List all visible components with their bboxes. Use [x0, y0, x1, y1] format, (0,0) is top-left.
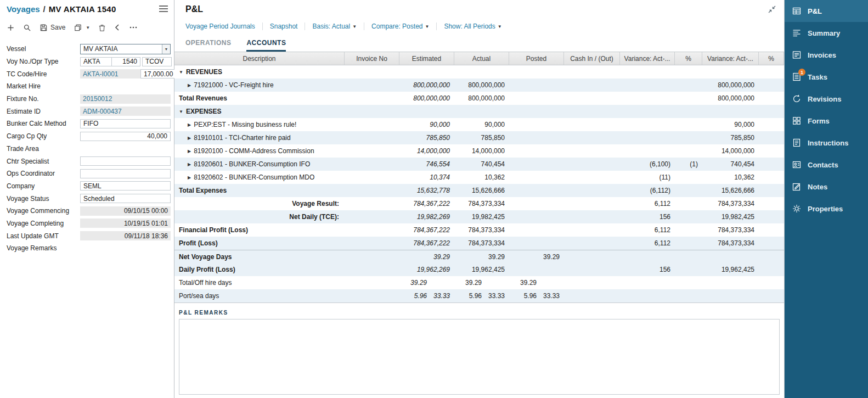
vessel-value: MV AKTAIA [81, 45, 162, 53]
column-header[interactable]: Variance: Act-... [702, 52, 759, 65]
opr-type-field[interactable]: TCOV [142, 57, 172, 66]
cell-desc: Voyage Result: [174, 197, 345, 210]
collapse-triangle-icon[interactable]: ▼ [179, 70, 183, 75]
search-icon[interactable] [23, 24, 31, 32]
company-field[interactable]: SEML [80, 181, 171, 190]
pnl-row[interactable]: Net Daily (TCE):19,982,26919,982,4251561… [174, 210, 784, 223]
ops-coordinator-field[interactable] [80, 169, 171, 178]
column-header[interactable]: Variance: Act-... [620, 52, 675, 65]
estimate-id-field[interactable]: ADM-000437 [80, 106, 171, 116]
pnl-row[interactable]: Net Voyage Days39.2939.2939.29 [174, 250, 784, 263]
voy-code-field[interactable]: AKTA [80, 57, 112, 66]
breadcrumb-voyages-link[interactable]: Voyages [7, 4, 40, 14]
cell-v2 [702, 65, 759, 79]
cell-v1 [620, 289, 675, 302]
pnl-row[interactable]: ▼REVENUES [174, 65, 784, 79]
expand-triangle-icon[interactable]: ▶ [188, 162, 191, 167]
pnl-row[interactable]: Total Expenses15,632,77815,626,666(6,112… [174, 184, 784, 197]
add-button[interactable] [7, 24, 15, 32]
sidebar-item-instructions[interactable]: Instructions [785, 132, 868, 154]
toolbar-link-snapshot[interactable]: Snapshot [262, 23, 305, 30]
sidebar-item-invoices[interactable]: Invoices [785, 44, 868, 66]
delete-button[interactable] [98, 24, 106, 32]
voy-number-field[interactable]: 1540 [112, 57, 140, 66]
sidebar-item-summary[interactable]: Summary [785, 22, 868, 44]
pnl-row[interactable]: Profit (Loss)784,367,222784,373,3346,112… [174, 237, 784, 250]
toolbar-link-basis-actual[interactable]: Basis: Actual▼ [305, 23, 364, 30]
column-header[interactable]: Posted [509, 52, 564, 65]
column-header[interactable]: % [675, 52, 702, 65]
sidebar-item-label: Notes [808, 183, 827, 191]
pnl-row[interactable]: ▼EXPENSES [174, 105, 784, 118]
pnl-row[interactable]: ▶81920602 - BUNKER-Consumption MDO10,374… [174, 171, 784, 184]
menu-icon[interactable] [159, 5, 168, 13]
voyage-commencing-field[interactable]: 09/10/15 00:00 [80, 206, 171, 216]
cell-p1 [675, 210, 702, 223]
cell-v2 [702, 105, 759, 118]
column-header[interactable]: Cash In / (Out) [564, 52, 620, 65]
pnl-row[interactable]: Total/Off hire days39.2939.2939.29 [174, 276, 784, 289]
pnl-row[interactable]: ▶71921000 - VC-Freight hire800,000,00080… [174, 79, 784, 92]
invoices-icon [792, 50, 802, 60]
pnl-row[interactable]: ▶PEXP:EST - Missing business rule!90,000… [174, 118, 784, 131]
tc-hire-field[interactable]: 17,000.00 [140, 69, 176, 79]
more-button[interactable] [129, 24, 138, 31]
save-button[interactable]: Save [40, 24, 65, 32]
sidebar-item-contacts[interactable]: Contacts [785, 154, 868, 176]
column-header[interactable]: Estimated [399, 52, 454, 65]
expand-triangle-icon[interactable]: ▶ [188, 122, 191, 127]
cell-p1 [675, 276, 702, 289]
pnl-row[interactable]: Daily Profit (Loss)19,962,26919,962,4251… [174, 263, 784, 276]
sidebar-item-revisions[interactable]: Revisions [785, 88, 868, 110]
toolbar-link-compare-posted[interactable]: Compare: Posted▼ [364, 23, 436, 30]
duplicate-button[interactable]: ▼ [74, 24, 90, 32]
page-title: MV AKTAIA 1540 [49, 4, 116, 14]
sidebar-item-forms[interactable]: Forms [785, 110, 868, 132]
column-header[interactable]: Invoice No [345, 52, 399, 65]
sidebar-item-tasks[interactable]: 1Tasks [785, 66, 868, 88]
tc-code-field[interactable]: AKTA-I0001 [80, 69, 140, 79]
cell-act: 39.29 [454, 276, 509, 289]
sidebar-item-notes[interactable]: Notes [785, 176, 868, 198]
vessel-select[interactable]: MV AKTAIA ▼ [80, 44, 171, 54]
expand-triangle-icon[interactable]: ▶ [188, 149, 191, 154]
column-header[interactable]: Description [174, 52, 345, 65]
expand-triangle-icon[interactable]: ▶ [188, 136, 191, 141]
pnl-row[interactable]: ▶81920601 - BUNKER-Consumption IFO746,55… [174, 158, 784, 171]
expand-triangle-icon[interactable]: ▶ [188, 83, 191, 88]
cell-p1 [675, 131, 702, 144]
pnl-row[interactable]: ▶81910101 - TCI-Charter hire paid785,850… [174, 131, 784, 144]
toolbar-link-voyage-period-journals[interactable]: Voyage Period Journals [185, 23, 262, 30]
expand-triangle-icon[interactable]: ▶ [188, 175, 191, 180]
pnl-row[interactable]: Port/sea days5.9633.335.9633.335.9633.33 [174, 289, 784, 302]
column-header[interactable]: % [759, 52, 784, 65]
voyage-status-field[interactable]: Scheduled [80, 194, 171, 203]
toolbar-link-show-all-periods[interactable]: Show: All Periods▼ [436, 23, 509, 30]
sidebar-item-p-l[interactable]: P&L [785, 0, 868, 22]
bunker-calc-field[interactable]: FIFO [80, 119, 171, 128]
column-header[interactable]: Actual [454, 52, 509, 65]
collapse-triangle-icon[interactable]: ▼ [179, 109, 183, 114]
cell-p2 [759, 79, 784, 92]
voyage-header: Voyages / MV AKTAIA 1540 [0, 0, 174, 18]
pnl-remarks-input[interactable] [179, 319, 780, 395]
cargo-qty-field[interactable]: 40,000 [80, 132, 171, 141]
pnl-row[interactable]: Voyage Result:784,367,222784,373,3346,11… [174, 197, 784, 210]
chtr-specialist-field[interactable] [80, 156, 171, 166]
pnl-row[interactable]: Total Revenues800,000,000800,000,000800,… [174, 92, 784, 105]
cell-p2 [759, 171, 784, 184]
collapse-panel-icon[interactable] [768, 5, 776, 14]
notes-icon [792, 182, 802, 192]
tab-operations[interactable]: OPERATIONS [185, 39, 231, 52]
tab-accounts[interactable]: ACCOUNTS [246, 39, 286, 52]
pnl-row[interactable]: Financial Profit (Loss)784,367,222784,37… [174, 223, 784, 237]
cell-p2 [759, 105, 784, 118]
voyage-completing-field[interactable]: 10/19/15 01:01 [80, 218, 171, 228]
cell-v2 [702, 289, 759, 302]
cell-p1 [675, 144, 702, 158]
chevron-down-icon[interactable]: ▼ [162, 44, 170, 54]
back-button[interactable] [114, 24, 121, 31]
sidebar-item-properties[interactable]: Properties [785, 198, 868, 220]
pnl-row[interactable]: ▶81920100 - COMM-Address Commission14,00… [174, 144, 784, 158]
fixture-no-field[interactable]: 20150012 [80, 94, 171, 104]
